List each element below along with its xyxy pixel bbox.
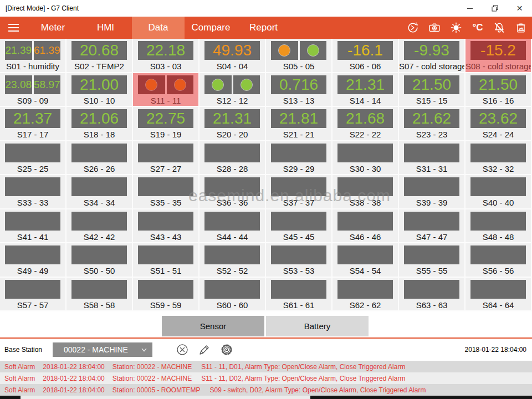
cancel-button[interactable] <box>175 342 190 357</box>
sensor-tile-s45[interactable]: S45 - 45 <box>266 209 332 244</box>
sensor-tile-s10[interactable]: 21.00S10 - 10 <box>66 73 133 108</box>
sensor-tile-s44[interactable]: S44 - 44 <box>200 209 266 244</box>
sensor-tile-s31[interactable]: S31 - 31 <box>399 141 466 176</box>
sensor-tile-s58[interactable]: S58 - 58 <box>66 278 133 312</box>
sensor-tile-s51[interactable]: S51 - 51 <box>133 243 200 278</box>
sensor-tile-s61[interactable]: S61 - 61 <box>266 278 332 312</box>
sensor-tile-s26[interactable]: S26 - 26 <box>66 141 133 176</box>
sensor-tile-s60[interactable]: S60 - 60 <box>200 278 266 312</box>
tab-data[interactable]: Data <box>132 17 185 39</box>
sensor-tile-s21[interactable]: 21.81S21 - 21 <box>266 107 332 141</box>
sensor-tile-s19[interactable]: 22.75S19 - 19 <box>133 107 200 141</box>
settings-button[interactable] <box>219 342 234 357</box>
sensor-tile-s37[interactable]: S37 - 37 <box>266 175 332 209</box>
sensor-tile-s02[interactable]: 20.68S02 - TEMP2 <box>66 39 133 73</box>
sensor-tile-s09[interactable]: 23.0858.97S09 - 09 <box>0 73 66 108</box>
sensor-tile-s48[interactable]: S48 - 48 <box>466 209 532 244</box>
sensor-tile-s56[interactable]: S56 - 56 <box>466 243 532 278</box>
sensor-label: S12 - 12 <box>200 96 265 105</box>
sensor-value-box: -16.1 <box>337 41 393 60</box>
sensor-value-box <box>337 144 393 162</box>
sensor-tile-s39[interactable]: S39 - 39 <box>399 175 466 209</box>
tab-hmi[interactable]: HMI <box>79 17 132 39</box>
sensor-view-button[interactable]: Sensor <box>162 316 264 336</box>
sensor-value-box <box>5 280 60 299</box>
alarm-mute-button[interactable] <box>493 21 506 34</box>
sensor-tile-s05[interactable]: S05 - 05 <box>266 39 332 73</box>
brightness-button[interactable] <box>449 21 463 34</box>
camera-button[interactable] <box>428 21 441 34</box>
bottom-edge <box>0 396 532 399</box>
sensor-tile-s18[interactable]: 21.06S18 - 18 <box>66 107 133 141</box>
sensor-tile-s27[interactable]: S27 - 27 <box>133 141 200 176</box>
alarm-row[interactable]: Soft Alarm2018-01-22 18:04:00Station: 00… <box>0 372 532 384</box>
sensor-tile-s11[interactable]: S11 - 11 <box>133 73 200 108</box>
sensor-tile-s22[interactable]: 21.68S22 - 22 <box>332 107 399 141</box>
sensor-tile-s15[interactable]: 21.50S15 - 15 <box>399 73 466 108</box>
sensor-tile-s55[interactable]: S55 - 55 <box>399 243 466 278</box>
sensor-tile-s16[interactable]: 21.50S16 - 16 <box>466 73 532 108</box>
sensor-label: S53 - 53 <box>266 266 331 275</box>
sensor-tile-s42[interactable]: S42 - 42 <box>66 209 133 244</box>
sensor-tile-s62[interactable]: S62 - 62 <box>332 278 399 312</box>
sensor-tile-s57[interactable]: S57 - 57 <box>0 278 66 312</box>
sensor-label: S17 - 17 <box>0 130 65 139</box>
sensor-tile-s40[interactable]: S40 - 40 <box>466 175 532 209</box>
sensor-tile-s12[interactable]: S12 - 12 <box>200 73 266 108</box>
sync-button[interactable] <box>406 21 420 34</box>
alarm-row[interactable]: Soft Alarm2018-01-22 18:04:00Station: 00… <box>0 361 532 372</box>
close-icon: ✕ <box>516 4 523 13</box>
sensor-tile-s35[interactable]: S35 - 35 <box>133 175 200 209</box>
sensor-tile-s38[interactable]: S38 - 38 <box>332 175 399 209</box>
sensor-tile-s33[interactable]: S33 - 33 <box>0 175 66 209</box>
menu-button[interactable] <box>0 17 27 39</box>
close-button[interactable]: ✕ <box>507 0 532 17</box>
sensor-tile-s50[interactable]: S50 - 50 <box>66 243 133 278</box>
sensor-tile-s59[interactable]: S59 - 59 <box>133 278 200 312</box>
sensor-tile-s43[interactable]: S43 - 43 <box>133 209 200 244</box>
sensor-tile-s30[interactable]: S30 - 30 <box>332 141 399 176</box>
sensor-tile-s07[interactable]: -9.93S07 - cold storage <box>399 39 466 73</box>
tab-report[interactable]: Report <box>237 17 290 39</box>
sensor-label: S09 - 09 <box>0 96 65 105</box>
alarm-time: 2018-01-22 18:04:00 <box>43 375 104 382</box>
sensor-tile-s64[interactable]: S64 - 64 <box>466 278 532 312</box>
sensor-tile-s41[interactable]: S41 - 41 <box>0 209 66 244</box>
sensor-value: 21.37 <box>13 109 52 128</box>
sensor-tile-s46[interactable]: S46 - 46 <box>332 209 399 244</box>
sensor-tile-s63[interactable]: S63 - 63 <box>399 278 466 312</box>
temperature-unit-button[interactable]: °C <box>471 21 484 34</box>
sensor-tile-s17[interactable]: 21.37S17 - 17 <box>0 107 66 141</box>
base-station-dropdown[interactable]: 00022 - MACHINE <box>53 342 152 357</box>
sensor-tile-s36[interactable]: S36 - 36 <box>200 175 266 209</box>
sensor-tile-s20[interactable]: 21.31S20 - 20 <box>200 107 266 141</box>
sensor-tile-s32[interactable]: S32 - 32 <box>466 141 532 176</box>
alarm-list: Soft Alarm2018-01-22 18:04:00Station: 00… <box>0 361 532 396</box>
tab-meter[interactable]: Meter <box>27 17 79 39</box>
battery-view-button[interactable]: Battery <box>266 316 369 336</box>
sensor-tile-s25[interactable]: S25 - 25 <box>0 141 66 176</box>
sensor-tile-s54[interactable]: S54 - 54 <box>332 243 399 278</box>
sensor-tile-s06[interactable]: -16.1S06 - 06 <box>332 39 399 73</box>
sensor-tile-s24[interactable]: 23.62S24 - 24 <box>466 107 532 141</box>
snapshot-trash-button[interactable] <box>514 21 528 34</box>
sensor-tile-s13[interactable]: 0.716S13 - 13 <box>266 73 332 108</box>
sensor-tile-s34[interactable]: S34 - 34 <box>66 175 133 209</box>
edit-button[interactable] <box>197 342 212 357</box>
alarm-row[interactable]: Soft Alarm2018-01-22 18:04:00Station: 00… <box>0 384 532 396</box>
sensor-tile-s29[interactable]: S29 - 29 <box>266 141 332 176</box>
sensor-tile-s14[interactable]: 21.31S14 - 14 <box>332 73 399 108</box>
sensor-tile-s23[interactable]: 21.62S23 - 23 <box>399 107 466 141</box>
sensor-tile-s28[interactable]: S28 - 28 <box>200 141 266 176</box>
sensor-tile-s03[interactable]: 22.18S03 - 03 <box>133 39 200 73</box>
sensor-tile-s53[interactable]: S53 - 53 <box>266 243 332 278</box>
sensor-tile-s49[interactable]: S49 - 49 <box>0 243 66 278</box>
sensor-tile-s01[interactable]: 21.3961.39S01 - humidity <box>0 39 66 73</box>
sensor-tile-s52[interactable]: S52 - 52 <box>200 243 266 278</box>
restore-button[interactable] <box>482 0 507 17</box>
sensor-tile-s47[interactable]: S47 - 47 <box>399 209 466 244</box>
minimize-button[interactable] <box>457 0 482 17</box>
tab-compare[interactable]: Compare <box>185 17 237 39</box>
sensor-tile-s04[interactable]: 49.93S04 - 04 <box>200 39 266 73</box>
sensor-tile-s08[interactable]: -15.2S08 - cold storage <box>466 39 532 73</box>
